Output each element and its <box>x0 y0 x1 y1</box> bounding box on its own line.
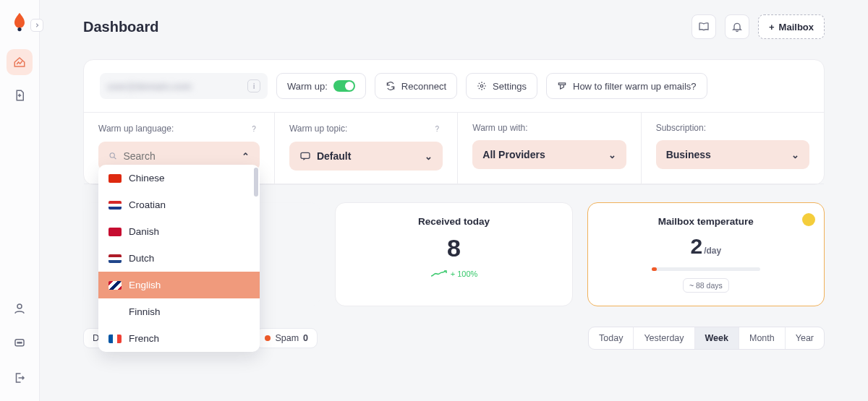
language-filter-label: Warm up language: <box>98 124 174 134</box>
page-title: Dashboard <box>83 19 158 35</box>
received-trend: + 100% <box>451 270 478 278</box>
mailbox-address-field[interactable]: user@domain.com i <box>100 73 268 99</box>
received-value: 8 <box>350 234 557 262</box>
language-option-label: Croatian <box>129 199 166 210</box>
temp-title: Mailbox temperature <box>603 216 809 227</box>
svg-rect-7 <box>558 83 565 85</box>
warmup-toggle[interactable]: Warm up: <box>276 73 366 99</box>
language-option-label: English <box>129 280 161 290</box>
scroll-thumb[interactable] <box>254 168 258 197</box>
sidebar-item-account[interactable] <box>7 296 33 322</box>
language-search-input[interactable] <box>123 150 242 162</box>
language-option-label: Chinese <box>129 173 165 184</box>
language-option-label: Danish <box>129 226 159 237</box>
sidebar-item-sheet[interactable] <box>7 82 33 108</box>
settings-button[interactable]: Settings <box>466 73 537 99</box>
sidebar-item-dashboard[interactable] <box>7 49 33 75</box>
help-icon[interactable]: ? <box>431 123 443 134</box>
providers-select[interactable]: All Providers ⌄ <box>472 140 626 169</box>
svg-point-4 <box>19 342 20 344</box>
svg-point-0 <box>17 27 21 31</box>
flag-icon <box>109 335 122 343</box>
svg-point-8 <box>110 153 114 158</box>
providers-value: All Providers <box>482 149 545 160</box>
svg-point-3 <box>17 342 19 344</box>
segment-today[interactable]: Today <box>589 327 634 349</box>
docs-button[interactable] <box>692 14 716 39</box>
howto-filter-button[interactable]: How to filter warm up emails? <box>546 73 707 99</box>
reconnect-button[interactable]: Reconnect <box>375 73 457 99</box>
notifications-button[interactable] <box>725 14 749 39</box>
topic-select[interactable]: Default ⌄ <box>289 142 443 171</box>
svg-rect-9 <box>301 152 310 158</box>
topic-value: Default <box>317 150 351 162</box>
temp-days-chip: ~ 88 days <box>683 278 729 293</box>
time-range-segments: TodayYesterdayWeekMonthYear <box>588 327 825 350</box>
segment-month[interactable]: Month <box>739 327 786 349</box>
plus-icon: + <box>769 22 775 33</box>
settings-label: Settings <box>493 81 527 92</box>
spam-value: 0 <box>303 333 308 343</box>
mailbox-address-value: user@domain.com <box>107 81 192 92</box>
flag-icon <box>109 174 122 183</box>
received-title: Received today <box>350 216 557 227</box>
svg-point-5 <box>21 342 22 344</box>
language-option-label: Finnish <box>129 306 161 317</box>
language-option[interactable]: English <box>98 272 260 298</box>
segment-yesterday[interactable]: Yesterday <box>634 327 694 349</box>
orange-dot-icon <box>265 335 271 341</box>
add-mailbox-label: Mailbox <box>779 22 814 33</box>
with-filter-label: Warm up with: <box>472 123 527 133</box>
chevron-down-icon: ⌄ <box>608 150 616 160</box>
language-option[interactable]: Finnish <box>98 298 260 325</box>
flag-icon <box>109 254 122 263</box>
howto-label: How to filter warm up emails? <box>573 81 697 92</box>
received-today-card: Received today 8 + 100% <box>335 202 572 306</box>
spam-label: Spam <box>275 333 299 343</box>
trend-up-icon <box>430 270 448 277</box>
collapse-sidebar-button[interactable] <box>30 19 43 32</box>
info-icon[interactable]: i <box>247 79 260 92</box>
warmup-panel: user@domain.com i Warm up: Reconnect Set… <box>83 59 825 185</box>
filter-icon <box>557 81 567 91</box>
warning-badge-icon <box>802 213 815 226</box>
chevron-down-icon: ⌄ <box>425 151 433 162</box>
language-option[interactable]: French <box>98 325 260 352</box>
temp-unit: /day <box>704 246 721 256</box>
chat-icon <box>299 150 311 162</box>
sidebar-item-logout[interactable] <box>7 365 33 391</box>
language-option[interactable]: Chinese <box>98 165 260 191</box>
sidebar-item-chat[interactable] <box>7 330 33 356</box>
subscription-value: Business <box>666 149 711 160</box>
flag-icon <box>109 308 122 316</box>
spam-chip: Spam 0 <box>255 328 318 348</box>
flag-icon <box>109 201 122 210</box>
language-option[interactable]: Croatian <box>98 191 260 218</box>
segment-week[interactable]: Week <box>695 327 739 349</box>
language-option[interactable]: Dutch <box>98 245 260 272</box>
warmup-toggle-label: Warm up: <box>287 81 328 92</box>
flag-icon <box>109 228 122 236</box>
language-option-label: Dutch <box>129 253 154 264</box>
subscription-filter-label: Subscription: <box>656 123 706 133</box>
switch-on-icon[interactable] <box>333 80 355 92</box>
subscription-select[interactable]: Business ⌄ <box>656 140 809 169</box>
language-option-label: French <box>129 333 159 344</box>
refresh-icon <box>386 81 396 91</box>
temp-value: 2 <box>690 234 702 259</box>
add-mailbox-button[interactable]: + Mailbox <box>758 14 825 39</box>
temperature-progress <box>652 267 760 271</box>
language-dropdown: ChineseCroatianDanishDutchEnglishFinnish… <box>98 165 260 352</box>
mailbox-temperature-card: Mailbox temperature 2 /day ~ 88 days <box>587 202 825 306</box>
help-icon[interactable]: ? <box>248 123 260 134</box>
chevron-up-icon: ⌃ <box>242 151 250 162</box>
svg-point-6 <box>480 85 483 87</box>
search-icon <box>109 151 117 161</box>
gear-icon <box>477 81 487 91</box>
chevron-down-icon: ⌄ <box>791 150 799 160</box>
reconnect-label: Reconnect <box>401 81 446 92</box>
svg-point-1 <box>17 304 22 309</box>
app-logo <box>9 12 30 32</box>
segment-year[interactable]: Year <box>786 327 824 349</box>
language-option[interactable]: Danish <box>98 218 260 245</box>
